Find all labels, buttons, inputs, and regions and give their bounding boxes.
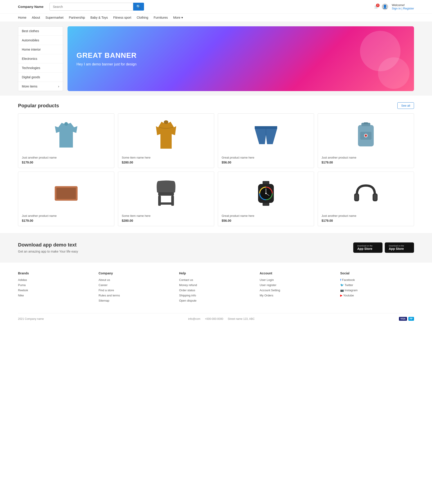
product-card[interactable]: Just another product name $179.00: [18, 113, 114, 168]
footer-link-puma[interactable]: Puma: [18, 283, 92, 287]
footer-link-account-setting[interactable]: Account Setting: [260, 288, 333, 292]
product-price: $280.00: [122, 219, 210, 222]
product-card[interactable]: Just another product name $179.00: [318, 171, 414, 226]
search-input[interactable]: [49, 3, 133, 10]
nav-about[interactable]: About: [32, 16, 40, 19]
svg-point-8: [365, 135, 367, 137]
cart-icon[interactable]: 🛒 0: [374, 5, 378, 9]
footer-columns: Brands Adidas Puma Reebok Nike Company A…: [18, 271, 414, 304]
footer-link-youtube[interactable]: ▶ Youtube: [340, 294, 414, 297]
product-image: [122, 117, 210, 153]
footer-link-refund[interactable]: Money refund: [179, 283, 253, 287]
product-image: [322, 175, 410, 211]
product-image: [322, 117, 410, 153]
product-name: Some item name here: [122, 214, 210, 217]
nav-home[interactable]: Home: [18, 16, 26, 19]
product-card[interactable]: Just another product name $179.00: [18, 171, 114, 226]
footer-brands-title: Brands: [18, 271, 92, 275]
footer-link-reebok[interactable]: Reebok: [18, 288, 92, 292]
footer-address: Street name 123, ABC: [228, 317, 255, 321]
footer-link-twitter[interactable]: 🐦 Twitter: [340, 283, 414, 287]
svg-point-23: [265, 193, 267, 194]
nav-furnitures[interactable]: Furnitures: [154, 16, 168, 19]
footer-bottom: 2021 Company name info@com +000-000-0000…: [18, 313, 414, 321]
sidebar-item-home-interior[interactable]: Home interior: [18, 45, 63, 54]
product-card[interactable]: Some item name here $280.00: [118, 171, 214, 226]
footer-link-about-us[interactable]: About us: [99, 278, 172, 282]
product-price: $179.00: [22, 161, 110, 164]
product-image: [222, 117, 310, 153]
cart-badge: 0: [376, 4, 380, 7]
category-sidebar: Best clothes Automobiles Home interior E…: [18, 26, 63, 91]
svg-rect-13: [158, 196, 161, 206]
search-bar: 🔍: [49, 3, 144, 10]
svg-rect-9: [364, 122, 368, 124]
appstore-button-2[interactable]: Download on the App Store: [385, 243, 414, 253]
nav-baby-toys[interactable]: Baby & Toys: [91, 16, 108, 19]
appstore-button-1[interactable]: Download on the App Store: [353, 243, 383, 253]
product-name: Some item name here: [122, 156, 210, 159]
product-card[interactable]: Great product name here $56.00: [218, 113, 314, 168]
product-price: $56.00: [222, 161, 310, 164]
footer-email: info@com: [188, 317, 200, 321]
nav-partnership[interactable]: Partnership: [69, 16, 85, 19]
footer-link-order-status[interactable]: Order status: [179, 288, 253, 292]
nav-supermarket[interactable]: Supermarket: [46, 16, 64, 19]
sidebar-item-technologies[interactable]: Technologies: [18, 63, 63, 73]
product-price: $179.00: [322, 219, 410, 222]
svg-rect-15: [160, 202, 172, 205]
product-image: [22, 117, 110, 153]
footer-link-user-register[interactable]: User register: [260, 283, 333, 287]
banner-text: GREAT BANNER Hey I am demo banner just f…: [76, 51, 137, 66]
product-price: $179.00: [322, 161, 410, 164]
user-icon[interactable]: 👤: [382, 4, 388, 10]
footer-link-nike[interactable]: Nike: [18, 294, 92, 297]
svg-rect-12: [158, 192, 174, 196]
footer-link-adidas[interactable]: Adidas: [18, 278, 92, 282]
hero-banner: GREAT BANNER Hey I am demo banner just f…: [67, 26, 414, 91]
footer-link-instagram[interactable]: 📷 Instagram: [340, 288, 414, 292]
footer-link-find-store[interactable]: Find a store: [99, 288, 172, 292]
facebook-icon: f: [340, 278, 341, 282]
nav-fitness[interactable]: Fitness sport: [113, 16, 131, 19]
product-image: [122, 175, 210, 211]
footer-account: Account User Login User register Account…: [260, 271, 333, 304]
main-nav: Home About Supermarket Partnership Baby …: [0, 13, 432, 22]
app-text: Download app demo text Get an amazing ap…: [18, 242, 78, 253]
footer-link-facebook[interactable]: f Facebook: [340, 278, 414, 282]
footer: Brands Adidas Puma Reebok Nike Company A…: [0, 262, 432, 325]
product-name: Just another product name: [22, 214, 110, 217]
footer-link-shipping[interactable]: Shipping info: [179, 294, 253, 297]
header-right: 🛒 0 👤 Welcome! Sign in | Register: [374, 3, 414, 10]
see-all-button[interactable]: See all: [397, 102, 414, 109]
footer-link-dispute[interactable]: Open dispute: [179, 299, 253, 302]
product-card[interactable]: Great product name here $56.00: [218, 171, 314, 226]
payment-icons: VISA PP: [399, 317, 414, 321]
search-button[interactable]: 🔍: [133, 3, 144, 10]
products-section: Popular products See all Just another pr…: [0, 96, 432, 233]
footer-link-rules[interactable]: Rules and terms: [99, 294, 172, 297]
product-card[interactable]: Just another product name $179.00: [318, 113, 414, 168]
footer-link-career[interactable]: Career: [99, 283, 172, 287]
footer-brands: Brands Adidas Puma Reebok Nike: [18, 271, 92, 304]
svg-point-1: [164, 120, 168, 124]
welcome-text: Welcome! Sign in | Register: [392, 3, 414, 10]
sidebar-item-digital-goods[interactable]: Digital goods: [18, 73, 63, 82]
product-name: Just another product name: [322, 156, 410, 159]
product-name: Great product name here: [222, 214, 310, 217]
sidebar-item-more-items[interactable]: More items ›: [18, 82, 63, 91]
footer-link-user-login[interactable]: User Login: [260, 278, 333, 282]
footer-link-my-orders[interactable]: My Orders: [260, 294, 333, 297]
sign-in-link[interactable]: Sign in | Register: [392, 7, 414, 10]
nav-clothing[interactable]: Clothing: [137, 16, 148, 19]
product-price: $280.00: [122, 161, 210, 164]
footer-link-contact[interactable]: Contact us: [179, 278, 253, 282]
sidebar-item-electronics[interactable]: Electronics: [18, 54, 63, 63]
nav-more[interactable]: More ▾: [173, 16, 183, 19]
footer-company-title: Company: [99, 271, 172, 275]
product-price: $179.00: [22, 219, 110, 222]
product-card[interactable]: Some item name here $280.00: [118, 113, 214, 168]
footer-link-sitemap[interactable]: Sitemap: [99, 299, 172, 302]
sidebar-item-best-clothes[interactable]: Best clothes: [18, 27, 63, 36]
sidebar-item-automobiles[interactable]: Automobiles: [18, 36, 63, 45]
